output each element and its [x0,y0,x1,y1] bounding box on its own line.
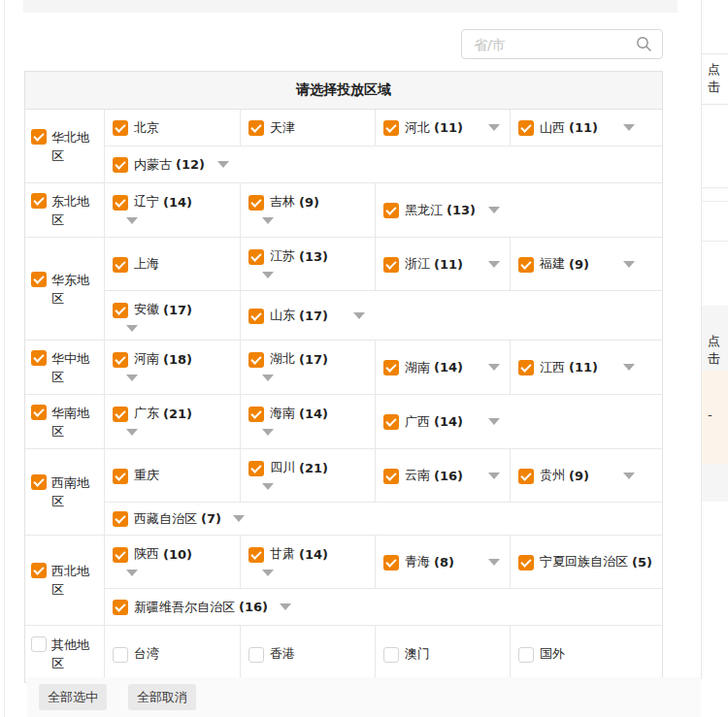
region-checkbox[interactable] [31,474,47,490]
chevron-down-icon[interactable] [488,124,500,131]
region-checkbox[interactable] [31,563,47,578]
province-label-block: 安徽(17) [128,301,206,318]
province-line: 江西(11) [518,359,635,376]
province-cell: 甘肃(14) [241,536,376,588]
province-cell: 安徽(17) [105,291,241,340]
province-label-block: 广西(14) [399,413,477,431]
region-checkbox[interactable] [31,129,47,145]
province-checkbox[interactable] [113,407,128,422]
search-icon[interactable] [636,36,652,52]
region-checkbox[interactable] [31,636,47,652]
province-checkbox[interactable] [113,195,128,211]
province-checkbox[interactable] [518,647,534,663]
province-checkbox[interactable] [248,407,264,422]
chevron-down-icon[interactable] [623,473,635,479]
chevron-down-icon[interactable] [353,312,365,319]
province-cell: 海南(14) [241,395,376,448]
province-label-block: 贵州(9) [534,467,612,484]
chevron-down-icon[interactable] [262,483,274,490]
province-label: 上海 [134,255,159,273]
province-line: 西藏自治区(7) [113,510,245,528]
chevron-down-icon[interactable] [488,261,500,268]
province-checkbox[interactable] [248,352,264,368]
select-all-button[interactable]: 全部选中 [39,684,107,710]
province-checkbox[interactable] [113,547,128,563]
province-checkbox[interactable] [248,309,264,324]
province-checkbox[interactable] [248,647,264,663]
chevron-down-icon[interactable] [126,217,138,224]
chevron-down-icon[interactable] [623,261,635,268]
province-checkbox[interactable] [383,414,399,430]
search-input[interactable] [472,36,636,53]
province-checkbox[interactable] [383,360,399,375]
chevron-down-icon[interactable] [488,559,500,566]
chevron-down-icon[interactable] [217,161,229,168]
chevron-down-icon[interactable] [126,570,138,576]
province-subrow: 陕西(10)甘肃(14)青海(8)宁夏回族自治区(5) [105,536,662,589]
province-checkbox[interactable] [383,120,399,136]
chevron-down-icon[interactable] [262,570,274,576]
province-label-block: 广东(21) [128,405,206,422]
deselect-all-button[interactable]: 全部取消 [128,684,196,710]
chevron-down-icon[interactable] [233,515,245,522]
chevron-down-icon[interactable] [623,364,635,371]
chevron-down-icon[interactable] [126,325,138,332]
province-count: (14) [163,195,192,210]
province-checkbox[interactable] [518,469,534,484]
chevron-down-icon[interactable] [126,429,138,436]
chevron-down-icon[interactable] [280,603,291,610]
province-checkbox[interactable] [113,469,128,484]
province-label-block: 台湾 [128,645,206,663]
province-checkbox[interactable] [248,195,264,211]
province-checkbox[interactable] [383,257,399,273]
province-checkbox[interactable] [518,360,534,375]
province-checkbox[interactable] [518,555,534,570]
province-checkbox[interactable] [113,120,128,136]
province-search-box[interactable] [461,29,663,59]
chevron-down-icon[interactable] [262,272,274,278]
chevron-down-icon[interactable] [488,364,500,371]
province-count: (5) [632,555,652,570]
province-checkbox[interactable] [248,249,264,265]
province-checkbox[interactable] [383,647,399,663]
province-checkbox[interactable] [518,257,534,273]
chevron-down-icon[interactable] [488,418,500,425]
province-checkbox[interactable] [113,352,128,368]
province-checkbox[interactable] [248,547,264,563]
province-line: 香港 [248,645,342,663]
province-checkbox[interactable] [113,257,128,273]
province-label-block: 新疆维吾尔自治区(16) [128,599,268,616]
chevron-down-icon[interactable] [262,217,274,224]
province-label-block: 云南(16) [399,467,477,484]
province-checkbox[interactable] [113,647,128,663]
province-checkbox[interactable] [248,120,264,136]
province-checkbox[interactable] [113,303,128,318]
region-checkbox[interactable] [31,272,47,287]
chevron-down-icon[interactable] [126,375,138,381]
province-checkbox[interactable] [383,203,399,218]
province-count: (14) [299,407,328,421]
province-checkbox[interactable] [113,157,128,173]
province-label: 黑龙江 [405,202,443,219]
region-select-table: 请选择投放区域 华北地区北京天津河北(11)山西(11)内蒙古(12)东北地区辽… [24,71,663,683]
chevron-down-icon[interactable] [488,207,500,213]
chevron-down-icon[interactable] [488,473,500,479]
chevron-down-icon[interactable] [262,429,274,436]
province-cell: 山西(11) [511,110,664,146]
province-label: 浙江 [405,255,430,273]
province-checkbox[interactable] [383,555,399,570]
chevron-down-icon[interactable] [623,124,635,131]
region-checkbox[interactable] [31,193,47,209]
province-checkbox[interactable] [248,461,264,476]
region-label: 西南地区 [51,473,94,510]
province-checkbox[interactable] [518,120,534,136]
province-checkbox[interactable] [383,469,399,484]
province-line: 甘肃(14) [248,545,342,563]
region-checkbox[interactable] [31,405,47,420]
region-checkbox[interactable] [31,350,47,366]
province-checkbox[interactable] [113,511,128,527]
province-checkbox[interactable] [113,600,128,615]
region-label: 西北地区 [51,562,94,599]
chevron-down-icon[interactable] [262,375,274,381]
province-count: (8) [434,555,454,570]
